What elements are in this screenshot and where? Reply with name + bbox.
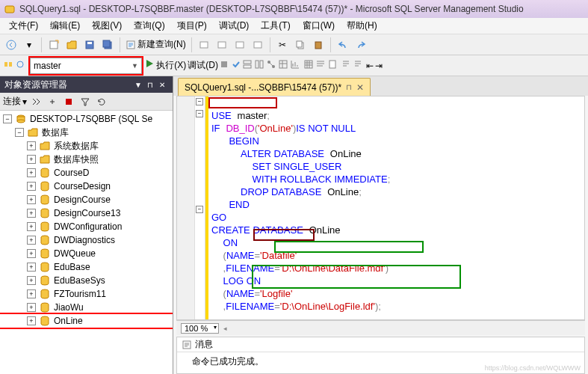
menu-project[interactable]: 项目(P): [171, 18, 213, 34]
tree-db-item[interactable]: +DWDiagnostics: [0, 233, 173, 247]
tree-system-db[interactable]: + 系统数据库: [0, 139, 173, 153]
tree-db-item[interactable]: +OnLine: [0, 314, 173, 328]
redo-button[interactable]: [353, 37, 369, 53]
expander-icon[interactable]: +: [27, 209, 36, 218]
messages-tab[interactable]: 消息: [195, 338, 213, 351]
document-tab-active[interactable]: SQLQuery1.sql -...SQBBF\15474 (57))* ⊓ ✕: [178, 78, 371, 96]
new-query-button[interactable]: 新建查询(N): [124, 37, 188, 53]
query-type-2[interactable]: [214, 37, 230, 53]
indent-less-btn[interactable]: ⇤: [366, 61, 374, 71]
expander-icon[interactable]: +: [27, 249, 36, 258]
results-grid-btn[interactable]: [303, 59, 314, 72]
tree-db-item[interactable]: +DWQueue: [0, 247, 173, 260]
tree-db-item[interactable]: +CourseDesign: [0, 180, 173, 193]
debug-btn[interactable]: 调试(D): [188, 59, 218, 72]
filter-icon[interactable]: [78, 94, 93, 109]
undo-button[interactable]: [335, 37, 351, 53]
expander-icon[interactable]: +: [27, 303, 36, 312]
connect-btn[interactable]: [3, 59, 13, 72]
object-tree[interactable]: − DESKTOP-L7SQBBF (SQL Se − 数据库 + 系统数据库 …: [0, 111, 173, 374]
results-file-btn[interactable]: [327, 59, 338, 72]
nav-back-button[interactable]: [3, 37, 19, 53]
svg-rect-15: [4, 62, 7, 67]
plan-btn-3[interactable]: [266, 59, 276, 72]
expander-icon[interactable]: +: [27, 168, 36, 177]
tree-db-item[interactable]: +DesignCourse13: [0, 206, 173, 220]
expander-icon[interactable]: +: [27, 141, 36, 150]
panel-pin-icon[interactable]: ⊓: [144, 81, 156, 89]
tree-db-item[interactable]: +DesignCourse: [0, 193, 173, 206]
code-content[interactable]: USE master; IF DB_ID('OnLine')IS NOT NUL…: [208, 96, 584, 319]
connect-icon[interactable]: [28, 94, 43, 109]
expander-icon[interactable]: +: [27, 182, 36, 191]
menu-debug[interactable]: 调试(D): [213, 18, 256, 34]
tree-db-item[interactable]: +FZTourism11: [0, 287, 173, 301]
cancel-exec-button[interactable]: [220, 60, 229, 71]
indent-more-btn[interactable]: ⇥: [375, 61, 383, 71]
expander-icon[interactable]: +: [27, 155, 36, 164]
menu-query[interactable]: 查询(Q): [128, 18, 170, 34]
tree-db-item[interactable]: +JiaoWu: [0, 301, 173, 314]
execute-button[interactable]: 执行(X): [145, 59, 186, 72]
disconnect-icon[interactable]: [45, 94, 60, 109]
change-connection-btn[interactable]: [15, 59, 25, 72]
fold-icon[interactable]: −: [196, 98, 203, 105]
tree-db-item[interactable]: +EduBaseSys: [0, 274, 173, 287]
cut-button[interactable]: ✂: [274, 37, 291, 53]
results-text-btn[interactable]: [315, 59, 326, 72]
tree-db-item[interactable]: +CourseD: [0, 166, 173, 180]
uncomment-btn[interactable]: [353, 59, 363, 72]
new-project-button[interactable]: [46, 37, 62, 53]
tree-db-item[interactable]: +EduBase: [0, 260, 173, 274]
stop-icon[interactable]: [61, 94, 76, 109]
expander-icon[interactable]: −: [3, 114, 12, 123]
copy-button[interactable]: [292, 37, 309, 53]
open-button[interactable]: [64, 37, 80, 53]
save-all-button[interactable]: [99, 37, 116, 53]
expander-icon[interactable]: +: [27, 236, 36, 245]
plan-btn-1[interactable]: [242, 59, 253, 72]
output-tabs: 消息: [177, 337, 584, 352]
save-button[interactable]: [81, 37, 98, 53]
tree-databases-folder[interactable]: − 数据库: [0, 126, 173, 139]
tree-db-snapshots[interactable]: + 数据库快照: [0, 153, 173, 166]
paste-button[interactable]: [310, 37, 327, 53]
close-icon[interactable]: ✕: [356, 82, 364, 93]
tree-server-node[interactable]: − DESKTOP-L7SQBBF (SQL Se: [0, 112, 173, 126]
tree-db-item[interactable]: +DWConfiguration: [0, 220, 173, 233]
expander-icon[interactable]: +: [27, 263, 36, 272]
menu-edit[interactable]: 编辑(E): [44, 18, 86, 34]
menu-view[interactable]: 视图(V): [86, 18, 128, 34]
fold-icon[interactable]: −: [196, 206, 203, 213]
expander-icon[interactable]: +: [27, 195, 36, 204]
expander-icon[interactable]: −: [15, 128, 24, 137]
menu-help[interactable]: 帮助(H): [341, 18, 383, 34]
nav-fwd-button[interactable]: ▾: [21, 37, 37, 53]
expander-icon[interactable]: +: [27, 276, 36, 285]
plan-btn-2[interactable]: [254, 59, 264, 72]
stats-btn[interactable]: [290, 59, 300, 72]
panel-close-icon[interactable]: ✕: [156, 81, 168, 89]
fold-icon[interactable]: −: [196, 110, 203, 117]
pin-icon[interactable]: ⊓: [346, 83, 352, 91]
query-type-4[interactable]: [250, 37, 266, 53]
panel-dropdown-icon[interactable]: ▼: [132, 81, 144, 89]
refresh-icon[interactable]: [94, 94, 109, 109]
code-editor[interactable]: − − − USE master; IF DB_ID('OnLine')IS N…: [176, 96, 585, 320]
expander-icon[interactable]: +: [27, 289, 36, 298]
parse-button[interactable]: [232, 60, 241, 71]
menu-tools[interactable]: 工具(T): [255, 18, 296, 34]
query-type-1[interactable]: [196, 37, 212, 53]
plan-btn-4[interactable]: [278, 59, 288, 72]
title-bar: SQLQuery1.sql - DESKTOP-L7SQBBF.master (…: [0, 0, 588, 18]
database-icon: [39, 181, 51, 191]
expander-icon[interactable]: +: [27, 316, 36, 325]
menu-file[interactable]: 文件(F): [3, 18, 44, 34]
zoom-arrows[interactable]: ◂: [223, 325, 227, 332]
menu-window[interactable]: 窗口(W): [297, 18, 341, 34]
database-dropdown[interactable]: master ▼: [30, 58, 142, 74]
query-type-3[interactable]: [232, 37, 248, 53]
comment-btn[interactable]: [341, 59, 351, 72]
zoom-dropdown[interactable]: 100 %: [181, 323, 219, 334]
expander-icon[interactable]: +: [27, 222, 36, 231]
